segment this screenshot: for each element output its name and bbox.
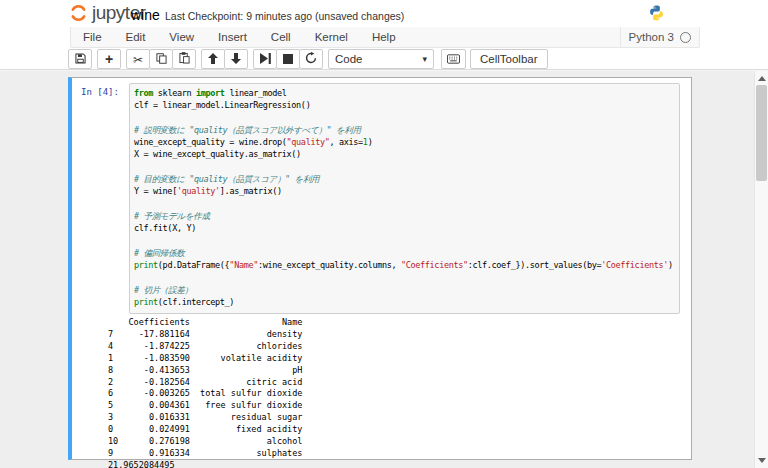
scroll-down-arrow-icon[interactable] bbox=[758, 458, 766, 463]
run-button[interactable] bbox=[253, 49, 277, 69]
kernel-name: Python 3 bbox=[629, 31, 674, 43]
code-cell-selected[interactable]: In [4]: from sklearn import linear_model… bbox=[68, 77, 692, 460]
code-line bbox=[134, 272, 679, 284]
copy-button[interactable] bbox=[149, 49, 173, 69]
code-line: wine_except_quality = wine.drop("quality… bbox=[134, 137, 679, 149]
code-line: # 偏回帰係数 bbox=[134, 248, 679, 260]
cut-button[interactable]: ✂ bbox=[126, 49, 150, 69]
kernel-idle-circle-icon bbox=[680, 32, 691, 43]
code-line bbox=[134, 162, 679, 174]
cut-icon: ✂ bbox=[133, 50, 143, 68]
restart-icon bbox=[305, 50, 317, 68]
code-line: # 目的変数に "quality（品質スコア）" を利用 bbox=[134, 174, 679, 186]
code-line: print(pd.DataFrame({"Name":wine_except_q… bbox=[134, 260, 679, 272]
code-line: clf = linear_model.LinearRegression() bbox=[134, 100, 679, 112]
toolbar: +✂ Code ▾ CellToolbar bbox=[68, 48, 548, 70]
cell-type-value: Code bbox=[335, 53, 363, 65]
toolbar-button-group: + bbox=[97, 49, 121, 69]
add-cell-icon: + bbox=[105, 50, 113, 68]
move-down-button[interactable] bbox=[224, 49, 248, 69]
input-prompt: In [4]: bbox=[81, 87, 119, 97]
move-up-button[interactable] bbox=[201, 49, 225, 69]
stop-button[interactable] bbox=[276, 49, 300, 69]
code-line: X = wine_except_quality.as_matrix() bbox=[134, 149, 679, 161]
code-line: from sklearn import linear_model bbox=[134, 88, 679, 100]
add-cell-button[interactable]: + bbox=[97, 49, 121, 69]
kernel-indicator: Python 3 bbox=[620, 27, 699, 47]
toolbar-button-group: ✂ bbox=[126, 49, 196, 69]
checkpoint-status: Last Checkpoint: 9 minutes ago (unsaved … bbox=[165, 10, 404, 22]
cell-output-text: Coefficients Name 7 -17.881164 density 4… bbox=[108, 317, 302, 468]
code-editor[interactable]: from sklearn import linear_modelclf = li… bbox=[129, 83, 680, 314]
jupyter-notebook-app: jupyter wine Last Checkpoint: 9 minutes … bbox=[0, 0, 768, 468]
copy-icon bbox=[156, 50, 167, 68]
code-line bbox=[134, 236, 679, 248]
stop-icon bbox=[283, 50, 293, 68]
notebook-container: In [4]: from sklearn import linear_model… bbox=[0, 71, 754, 468]
python-logo-icon bbox=[648, 4, 665, 26]
scroll-up-arrow-icon[interactable] bbox=[758, 76, 766, 81]
toolbar-button-group bbox=[253, 49, 323, 69]
menu-item-edit[interactable]: Edit bbox=[114, 28, 158, 47]
move-up-icon bbox=[208, 50, 218, 68]
restart-button[interactable] bbox=[299, 49, 323, 69]
code-line: print(clf.intercept_) bbox=[134, 297, 679, 309]
cell-type-dropdown[interactable]: Code ▾ bbox=[328, 49, 434, 69]
code-line: clf.fit(X, Y) bbox=[134, 223, 679, 235]
vertical-scrollbar[interactable] bbox=[754, 71, 768, 468]
chevron-down-icon: ▾ bbox=[422, 54, 427, 64]
header: jupyter wine Last Checkpoint: 9 minutes … bbox=[0, 0, 768, 70]
menu-bar: FileEditViewInsertCellKernelHelp Python … bbox=[70, 27, 700, 48]
code-text: from sklearn import linear_modelclf = li… bbox=[134, 88, 679, 309]
paste-icon bbox=[179, 50, 190, 68]
cell-toolbar-button[interactable]: CellToolbar bbox=[470, 49, 548, 69]
code-line: # 予測モデルを作成 bbox=[134, 211, 679, 223]
save-button[interactable] bbox=[68, 49, 92, 69]
menu-item-file[interactable]: File bbox=[71, 28, 114, 47]
menu-item-view[interactable]: View bbox=[157, 28, 206, 47]
keyboard-icon bbox=[447, 50, 460, 68]
code-line bbox=[134, 113, 679, 125]
code-line bbox=[134, 199, 679, 211]
menu-item-cell[interactable]: Cell bbox=[259, 28, 303, 47]
run-icon bbox=[260, 50, 271, 68]
scrollbar-thumb[interactable] bbox=[756, 85, 767, 181]
save-icon bbox=[75, 50, 86, 68]
toolbar-button-group bbox=[68, 49, 92, 69]
move-down-icon bbox=[231, 50, 241, 68]
toolbar-button-group bbox=[201, 49, 248, 69]
code-line: # 説明変数に "quality（品質スコア以外すべて）" を利用 bbox=[134, 125, 679, 137]
menu-item-help[interactable]: Help bbox=[360, 28, 408, 47]
notebook-title[interactable]: wine bbox=[131, 7, 160, 23]
command-palette-button[interactable] bbox=[441, 49, 466, 69]
jupyter-logo-icon bbox=[68, 2, 89, 24]
menu-item-insert[interactable]: Insert bbox=[206, 28, 259, 47]
code-line: Y = wine['quality'].as_matrix() bbox=[134, 186, 679, 198]
code-line: # 切片（誤差） bbox=[134, 285, 679, 297]
paste-button[interactable] bbox=[172, 49, 196, 69]
brand-bar: jupyter wine Last Checkpoint: 9 minutes … bbox=[0, 0, 768, 27]
menu-item-kernel[interactable]: Kernel bbox=[303, 28, 360, 47]
